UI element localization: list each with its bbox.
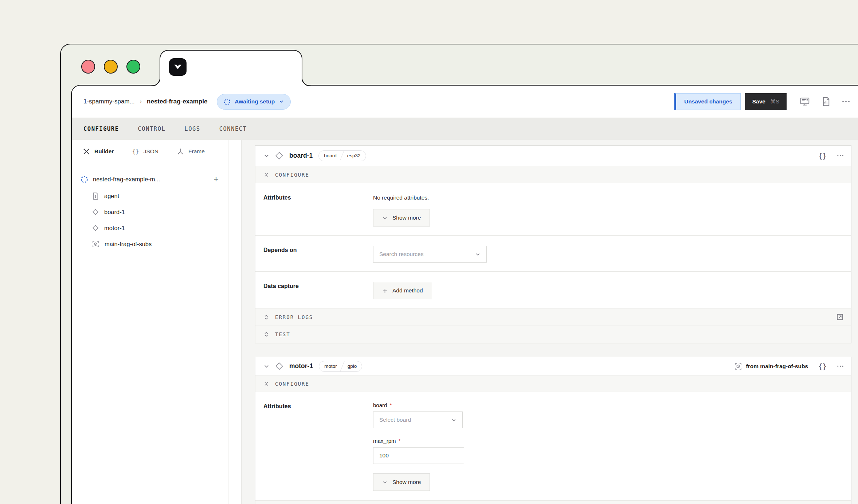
add-method-button[interactable]: Add method: [373, 282, 432, 299]
required-asterisk: *: [399, 438, 401, 444]
card-board-1-title: board-1: [289, 152, 313, 160]
tree-item-motor-1[interactable]: motor-1: [92, 220, 219, 236]
board-select[interactable]: Select board: [373, 412, 463, 428]
depends-on-select[interactable]: Search resources: [373, 246, 487, 263]
save-label: Save: [752, 98, 765, 105]
expand-section-icon: [263, 314, 269, 320]
add-method-label: Add method: [392, 287, 423, 294]
code-braces-icon[interactable]: {}: [818, 152, 827, 160]
chevron-down-icon: [382, 480, 388, 485]
app-panel: 1-spammy-spam... › nested-frag-example A…: [71, 85, 858, 504]
external-link-icon[interactable]: [836, 313, 844, 321]
breadcrumb-org[interactable]: 1-spammy-spam...: [83, 98, 135, 105]
attributes-label: Attributes: [263, 402, 373, 491]
depends-on-label: Depends on: [263, 246, 373, 263]
tab-flare-right: [302, 77, 311, 86]
sidebar: Builder {} JSON Frame: [72, 140, 228, 504]
tab-logs[interactable]: LOGS: [184, 126, 200, 132]
tree-item-board-1[interactable]: board-1: [92, 204, 219, 220]
chevron-down-icon: [475, 252, 481, 257]
more-options-icon[interactable]: [837, 155, 844, 157]
mode-tab-json-label: JSON: [144, 148, 158, 155]
next-section-partial: [255, 500, 851, 504]
tree-item-main-frag-of-subs-label: main-frag-of-subs: [105, 241, 152, 248]
code-braces-icon[interactable]: {}: [818, 362, 827, 370]
data-capture-label: Data capture: [263, 282, 373, 299]
show-more-button[interactable]: Show more: [373, 473, 430, 491]
expand-section-icon: [263, 331, 269, 337]
save-shortcut: ⌘S: [770, 98, 779, 105]
component-diamond-icon: [92, 208, 99, 216]
machine-part-spinner-icon: [81, 176, 88, 183]
card-motor-1: motor-1 motor gpio: [255, 357, 851, 504]
collapse-chevron-icon[interactable]: [263, 153, 270, 159]
required-asterisk: *: [389, 402, 392, 408]
max-rpm-input[interactable]: [373, 447, 464, 464]
tree-item-machine[interactable]: nested-frag-example-m... +: [81, 170, 219, 188]
depends-on-placeholder: Search resources: [379, 251, 423, 257]
card-board-1: board-1 board esp32 {}: [255, 145, 851, 343]
component-diamond-icon: [92, 224, 99, 232]
show-more-button[interactable]: Show more: [373, 209, 430, 227]
chevron-down-icon: [382, 215, 388, 221]
mode-tab-frame[interactable]: Frame: [177, 148, 205, 155]
tree-item-machine-label: nested-frag-example-m...: [93, 176, 160, 183]
add-resource-button[interactable]: +: [213, 175, 219, 184]
mode-tab-builder-label: Builder: [94, 148, 114, 155]
board-attributes-block: Attributes No required attributes. Show …: [255, 183, 851, 235]
card-board-1-tags: board esp32: [318, 150, 366, 161]
collapse-section-icon: [263, 381, 269, 387]
board-field: board * Select board: [373, 402, 851, 428]
section-configure[interactable]: CONFIGURE: [255, 375, 851, 392]
motor-attributes-block: Attributes board * Select board: [255, 392, 851, 499]
machine-monitor-icon[interactable]: [800, 97, 810, 106]
browser-tab[interactable]: [160, 50, 302, 86]
sidebar-gutter: [228, 140, 242, 504]
tree-item-main-frag-of-subs[interactable]: main-frag-of-subs: [92, 236, 219, 252]
mode-tab-builder[interactable]: Builder: [83, 148, 114, 155]
attributes-empty-text: No required attributes.: [373, 193, 851, 201]
more-options-icon[interactable]: [842, 101, 850, 103]
mode-tab-json[interactable]: {} JSON: [132, 148, 158, 155]
tab-control[interactable]: CONTROL: [138, 126, 166, 132]
plus-icon: [382, 288, 388, 294]
board-field-label: board: [373, 402, 387, 408]
card-motor-1-actions: from main-frag-of-subs {}: [734, 362, 844, 370]
card-motor-1-title: motor-1: [289, 362, 313, 370]
more-options-icon[interactable]: [837, 365, 844, 367]
section-configure-label: CONFIGURE: [275, 172, 309, 178]
awaiting-spinner-icon: [224, 98, 231, 105]
tag-type: motor: [319, 361, 342, 371]
tab-connect[interactable]: CONNECT: [219, 126, 247, 132]
collapse-chevron-icon[interactable]: [263, 363, 270, 369]
viam-logo-icon: [169, 58, 187, 76]
show-more-label: Show more: [392, 479, 421, 485]
section-error-logs[interactable]: ERROR LOGS: [255, 308, 851, 326]
close-window-button[interactable]: [81, 60, 95, 74]
machine-header: 1-spammy-spam... › nested-frag-example A…: [72, 86, 858, 118]
max-rpm-field: max_rpm *: [373, 438, 851, 464]
status-badge-label: Awaiting setup: [235, 98, 275, 105]
tag-type: board: [319, 151, 342, 161]
components-scroll-area[interactable]: board-1 board esp32 {}: [242, 140, 858, 504]
section-test[interactable]: TEST: [255, 326, 851, 343]
save-button[interactable]: Save ⌘S: [745, 93, 787, 110]
window-controls: [81, 60, 140, 74]
tree-item-motor-1-label: motor-1: [104, 225, 125, 232]
tab-configure[interactable]: CONFIGURE: [83, 126, 119, 132]
zoom-window-button[interactable]: [126, 60, 140, 74]
tree-item-agent[interactable]: agent: [92, 188, 219, 204]
fragment-icon: [734, 362, 742, 370]
component-diamond-icon: [275, 362, 284, 371]
status-badge[interactable]: Awaiting setup: [217, 94, 291, 110]
resource-tree: nested-frag-example-m... + agent: [72, 163, 228, 252]
history-document-icon[interactable]: [822, 97, 830, 106]
tag-model: esp32: [342, 151, 366, 161]
section-test-label: TEST: [275, 331, 290, 337]
builder-tools-icon: [83, 148, 90, 155]
unsaved-changes-button[interactable]: Unsaved changes: [674, 93, 741, 110]
section-configure[interactable]: CONFIGURE: [255, 166, 851, 183]
show-more-label: Show more: [392, 214, 421, 221]
tree-item-board-1-label: board-1: [104, 209, 125, 216]
minimize-window-button[interactable]: [104, 60, 118, 74]
